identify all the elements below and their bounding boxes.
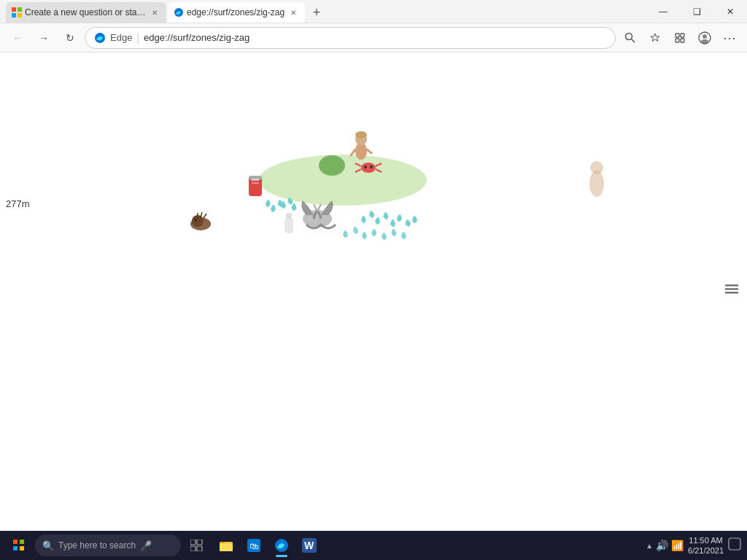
taskbar-left: 🔍 Type here to search 🎤 xyxy=(6,532,322,559)
distance-label: 277m xyxy=(6,198,30,209)
svg-point-15 xyxy=(361,163,376,173)
taskbar-search-text: Type here to search xyxy=(58,540,136,551)
svg-point-20 xyxy=(364,166,367,168)
taskbar-mic-icon: 🎤 xyxy=(140,540,152,551)
tray-expand-icon[interactable]: ▲ xyxy=(646,542,653,550)
tab1-title: Create a new question or start a xyxy=(25,7,146,18)
svg-point-40 xyxy=(589,171,604,197)
svg-rect-30 xyxy=(252,182,259,184)
svg-text:🛍: 🛍 xyxy=(249,541,258,551)
svg-line-25 xyxy=(351,149,355,155)
back-button[interactable]: ← xyxy=(6,26,29,50)
svg-point-24 xyxy=(355,131,367,139)
taskbar-right: ▲ 🔊 📶 11:50 AM 6/21/2021 xyxy=(646,535,741,556)
toolbar-icons: ⋯ xyxy=(619,26,741,50)
soda-can xyxy=(249,176,262,196)
svg-line-7 xyxy=(632,39,635,42)
tab2-title: edge://surf/zones/zig-zag xyxy=(187,7,285,18)
small-creature xyxy=(190,212,211,230)
close-button[interactable]: ✕ xyxy=(713,0,747,23)
svg-rect-29 xyxy=(252,179,259,181)
address-divider: | xyxy=(136,32,139,44)
svg-rect-47 xyxy=(220,543,233,551)
svg-rect-3 xyxy=(18,13,22,18)
windows-logo xyxy=(13,540,25,551)
seaweed-group-2 xyxy=(361,210,417,227)
taskbar: 🔍 Type here to search 🎤 xyxy=(0,531,747,560)
taskbar-search[interactable]: 🔍 Type here to search 🎤 xyxy=(35,534,181,556)
svg-rect-44 xyxy=(190,546,196,551)
task-view-button[interactable] xyxy=(184,532,210,559)
svg-line-26 xyxy=(367,149,371,153)
page-content: 277m xyxy=(0,52,747,531)
taskbar-apps: 🛍 W xyxy=(213,532,322,559)
svg-rect-45 xyxy=(197,546,202,551)
date-display: 6/21/2021 xyxy=(688,545,724,556)
svg-point-21 xyxy=(370,166,373,168)
forward-button[interactable]: → xyxy=(32,26,55,50)
clock[interactable]: 11:50 AM 6/21/2021 xyxy=(688,535,724,556)
svg-line-36 xyxy=(204,214,206,218)
tab1-favicon xyxy=(12,7,22,18)
svg-rect-8 xyxy=(676,34,679,37)
tab2-close[interactable]: ✕ xyxy=(287,7,299,18)
address-brand-label: Edge xyxy=(110,32,132,43)
svg-rect-42 xyxy=(190,540,196,545)
svg-rect-9 xyxy=(681,34,684,37)
title-bar: Create a new question or start a ✕ edge:… xyxy=(0,0,747,23)
taskbar-app-word[interactable]: W xyxy=(296,532,322,559)
svg-rect-11 xyxy=(681,39,684,42)
svg-point-14 xyxy=(319,155,345,176)
svg-text:W: W xyxy=(304,540,314,551)
svg-rect-53 xyxy=(729,538,740,550)
taskbar-app-edge[interactable] xyxy=(268,532,295,559)
svg-line-37 xyxy=(201,212,202,217)
window-controls: — ❑ ✕ xyxy=(646,0,747,23)
favorites-button[interactable] xyxy=(643,26,667,50)
title-bar-left: Create a new question or start a ✕ edge:… xyxy=(0,0,327,23)
tab1-close[interactable]: ✕ xyxy=(149,7,160,18)
new-tab-button[interactable]: + xyxy=(306,2,327,23)
tabs-bar: Create a new question or start a ✕ edge:… xyxy=(0,0,327,23)
svg-rect-0 xyxy=(12,7,16,12)
notification-button[interactable] xyxy=(728,537,741,553)
taskbar-app-explorer[interactable] xyxy=(213,532,239,559)
profile-button[interactable] xyxy=(693,26,716,50)
maximize-button[interactable]: ❑ xyxy=(680,0,713,23)
seaweed-group-3 xyxy=(343,226,406,240)
edge-character xyxy=(589,161,604,197)
svg-point-41 xyxy=(590,161,603,174)
taskbar-search-icon: 🔍 xyxy=(42,540,54,551)
address-edge-icon xyxy=(94,32,106,44)
taskbar-app-store[interactable]: 🛍 xyxy=(241,532,267,559)
start-button[interactable] xyxy=(6,532,32,559)
search-button[interactable] xyxy=(619,26,642,50)
menu-icon[interactable] xyxy=(725,284,738,293)
game-scene xyxy=(146,111,620,271)
svg-rect-2 xyxy=(12,13,16,18)
anchor-creature xyxy=(301,201,336,228)
trash-bottle xyxy=(285,213,293,233)
svg-point-6 xyxy=(626,33,632,39)
tab-bing[interactable]: Create a new question or start a ✕ xyxy=(6,2,166,23)
tab-surf[interactable]: edge://surf/zones/zig-zag ✕ xyxy=(168,2,305,23)
address-input[interactable]: Edge | edge://surf/zones/zig-zag xyxy=(85,27,616,49)
svg-rect-10 xyxy=(676,39,679,42)
address-url-text: edge://surf/zones/zig-zag xyxy=(144,32,606,43)
tray-speaker-icon[interactable]: 🔊 xyxy=(656,540,668,551)
svg-rect-1 xyxy=(18,7,22,12)
system-tray: ▲ 🔊 📶 xyxy=(646,540,684,551)
time-display: 11:50 AM xyxy=(689,535,722,545)
reload-button[interactable]: ↻ xyxy=(58,26,82,50)
svg-rect-33 xyxy=(286,213,292,218)
svg-point-13 xyxy=(703,34,707,39)
svg-rect-43 xyxy=(197,540,202,545)
svg-rect-32 xyxy=(285,217,293,233)
tray-network-icon[interactable]: 📶 xyxy=(671,540,684,551)
minimize-button[interactable]: — xyxy=(646,0,680,23)
more-button[interactable]: ⋯ xyxy=(718,26,741,50)
tab2-favicon xyxy=(174,7,184,18)
address-bar: ← → ↻ Edge | edge://surf/zones/zig-zag ⋯ xyxy=(0,23,747,52)
collections-button[interactable] xyxy=(668,26,692,50)
svg-point-39 xyxy=(195,219,197,222)
